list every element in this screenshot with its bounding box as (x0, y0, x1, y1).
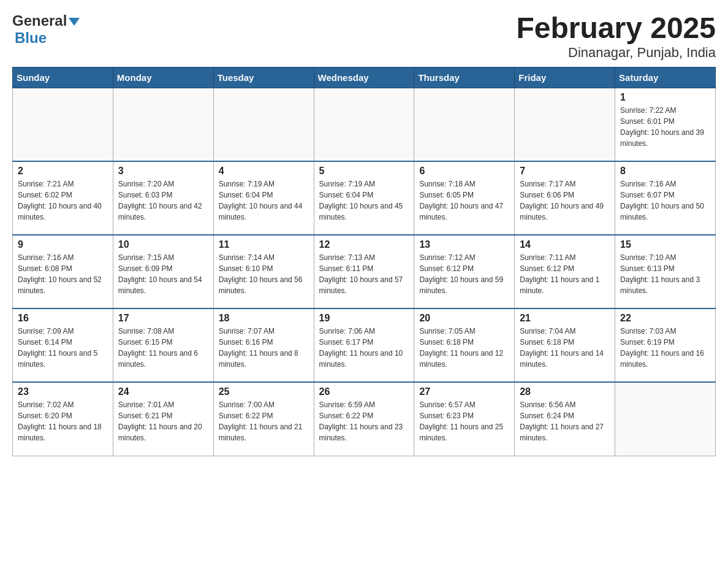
header-sunday: Sunday (13, 67, 113, 88)
day-number: 3 (118, 166, 208, 177)
calendar-cell: 22Sunrise: 7:03 AMSunset: 6:19 PMDayligh… (615, 308, 716, 382)
calendar-cell: 18Sunrise: 7:07 AMSunset: 6:16 PMDayligh… (213, 308, 314, 382)
day-info: Sunrise: 7:10 AMSunset: 6:13 PMDaylight:… (620, 252, 710, 296)
logo-blue-text: Blue (15, 29, 47, 46)
calendar-cell: 27Sunrise: 6:57 AMSunset: 6:23 PMDayligh… (414, 382, 515, 456)
calendar-cell: 16Sunrise: 7:09 AMSunset: 6:14 PMDayligh… (13, 308, 113, 382)
day-info: Sunrise: 7:20 AMSunset: 6:03 PMDaylight:… (118, 178, 208, 223)
logo-general-text: General (12, 12, 67, 29)
day-info: Sunrise: 7:18 AMSunset: 6:05 PMDaylight:… (419, 178, 509, 223)
day-number: 12 (319, 239, 409, 250)
day-number: 17 (118, 313, 208, 324)
day-number: 22 (620, 313, 710, 324)
day-info: Sunrise: 7:16 AMSunset: 6:07 PMDaylight:… (620, 178, 710, 223)
calendar-cell: 20Sunrise: 7:05 AMSunset: 6:18 PMDayligh… (414, 308, 515, 382)
day-info: Sunrise: 7:06 AMSunset: 6:17 PMDaylight:… (319, 326, 409, 370)
week-row-1: 1Sunrise: 7:22 AMSunset: 6:01 PMDaylight… (13, 88, 716, 161)
day-number: 25 (219, 386, 309, 397)
day-number: 16 (18, 313, 108, 324)
day-number: 13 (419, 239, 509, 250)
day-info: Sunrise: 7:19 AMSunset: 6:04 PMDaylight:… (319, 178, 409, 223)
calendar-cell: 12Sunrise: 7:13 AMSunset: 6:11 PMDayligh… (314, 235, 414, 308)
day-number: 6 (419, 166, 509, 177)
day-number: 26 (319, 386, 409, 397)
day-number: 23 (18, 386, 108, 397)
logo-triangle-icon (69, 18, 80, 26)
day-number: 18 (219, 313, 309, 324)
calendar-cell: 11Sunrise: 7:14 AMSunset: 6:10 PMDayligh… (213, 235, 314, 308)
day-info: Sunrise: 7:01 AMSunset: 6:21 PMDaylight:… (118, 399, 208, 443)
week-row-4: 16Sunrise: 7:09 AMSunset: 6:14 PMDayligh… (13, 308, 716, 382)
day-number: 15 (620, 239, 710, 250)
day-info: Sunrise: 7:17 AMSunset: 6:06 PMDaylight:… (520, 178, 610, 223)
title-block: February 2025 Dinanagar, Punjab, India (516, 12, 716, 61)
calendar-subtitle: Dinanagar, Punjab, India (516, 45, 716, 61)
calendar-cell: 21Sunrise: 7:04 AMSunset: 6:18 PMDayligh… (515, 308, 615, 382)
calendar-cell: 24Sunrise: 7:01 AMSunset: 6:21 PMDayligh… (113, 382, 213, 456)
calendar-cell: 23Sunrise: 7:02 AMSunset: 6:20 PMDayligh… (13, 382, 113, 456)
day-number: 21 (520, 313, 610, 324)
calendar-cell: 5Sunrise: 7:19 AMSunset: 6:04 PMDaylight… (314, 161, 414, 235)
calendar-cell (615, 382, 716, 456)
header-wednesday: Wednesday (314, 67, 414, 88)
calendar-cell (213, 88, 314, 161)
calendar-cell (113, 88, 213, 161)
day-info: Sunrise: 7:00 AMSunset: 6:22 PMDaylight:… (219, 399, 309, 443)
day-number: 1 (620, 92, 710, 103)
calendar-title: February 2025 (516, 12, 716, 45)
header-saturday: Saturday (615, 67, 716, 88)
day-number: 5 (319, 166, 409, 177)
day-info: Sunrise: 7:02 AMSunset: 6:20 PMDaylight:… (18, 399, 108, 443)
day-info: Sunrise: 7:04 AMSunset: 6:18 PMDaylight:… (520, 326, 610, 370)
day-info: Sunrise: 6:59 AMSunset: 6:22 PMDaylight:… (319, 399, 409, 443)
day-info: Sunrise: 7:15 AMSunset: 6:09 PMDaylight:… (118, 252, 208, 296)
day-info: Sunrise: 7:19 AMSunset: 6:04 PMDaylight:… (219, 178, 309, 223)
day-info: Sunrise: 7:22 AMSunset: 6:01 PMDaylight:… (620, 105, 710, 149)
calendar-cell (314, 88, 414, 161)
header-friday: Friday (515, 67, 615, 88)
week-row-2: 2Sunrise: 7:21 AMSunset: 6:02 PMDaylight… (13, 161, 716, 235)
day-info: Sunrise: 7:05 AMSunset: 6:18 PMDaylight:… (419, 326, 509, 370)
day-number: 9 (18, 239, 108, 250)
calendar-cell (414, 88, 515, 161)
day-number: 27 (419, 386, 509, 397)
day-number: 14 (520, 239, 610, 250)
day-info: Sunrise: 7:13 AMSunset: 6:11 PMDaylight:… (319, 252, 409, 296)
day-number: 19 (319, 313, 409, 324)
day-number: 11 (219, 239, 309, 250)
day-number: 10 (118, 239, 208, 250)
day-info: Sunrise: 7:09 AMSunset: 6:14 PMDaylight:… (18, 326, 108, 370)
day-number: 24 (118, 386, 208, 397)
calendar-table: Sunday Monday Tuesday Wednesday Thursday… (12, 67, 716, 456)
calendar-cell: 10Sunrise: 7:15 AMSunset: 6:09 PMDayligh… (113, 235, 213, 308)
calendar-cell: 3Sunrise: 7:20 AMSunset: 6:03 PMDaylight… (113, 161, 213, 235)
day-info: Sunrise: 7:16 AMSunset: 6:08 PMDaylight:… (18, 252, 108, 296)
calendar-cell: 2Sunrise: 7:21 AMSunset: 6:02 PMDaylight… (13, 161, 113, 235)
day-info: Sunrise: 6:56 AMSunset: 6:24 PMDaylight:… (520, 399, 610, 443)
week-row-5: 23Sunrise: 7:02 AMSunset: 6:20 PMDayligh… (13, 382, 716, 456)
day-info: Sunrise: 6:57 AMSunset: 6:23 PMDaylight:… (419, 399, 509, 443)
calendar-cell: 9Sunrise: 7:16 AMSunset: 6:08 PMDaylight… (13, 235, 113, 308)
calendar-cell: 19Sunrise: 7:06 AMSunset: 6:17 PMDayligh… (314, 308, 414, 382)
day-info: Sunrise: 7:11 AMSunset: 6:12 PMDaylight:… (520, 252, 610, 296)
day-info: Sunrise: 7:21 AMSunset: 6:02 PMDaylight:… (18, 178, 108, 223)
day-number: 7 (520, 166, 610, 177)
day-info: Sunrise: 7:03 AMSunset: 6:19 PMDaylight:… (620, 326, 710, 370)
week-row-3: 9Sunrise: 7:16 AMSunset: 6:08 PMDaylight… (13, 235, 716, 308)
header-tuesday: Tuesday (213, 67, 314, 88)
day-info: Sunrise: 7:08 AMSunset: 6:15 PMDaylight:… (118, 326, 208, 370)
day-number: 28 (520, 386, 610, 397)
weekday-header-row: Sunday Monday Tuesday Wednesday Thursday… (13, 67, 716, 88)
calendar-cell: 17Sunrise: 7:08 AMSunset: 6:15 PMDayligh… (113, 308, 213, 382)
calendar-cell: 26Sunrise: 6:59 AMSunset: 6:22 PMDayligh… (314, 382, 414, 456)
day-info: Sunrise: 7:07 AMSunset: 6:16 PMDaylight:… (219, 326, 309, 370)
calendar-cell: 25Sunrise: 7:00 AMSunset: 6:22 PMDayligh… (213, 382, 314, 456)
calendar-cell: 28Sunrise: 6:56 AMSunset: 6:24 PMDayligh… (515, 382, 615, 456)
calendar-cell: 15Sunrise: 7:10 AMSunset: 6:13 PMDayligh… (615, 235, 716, 308)
day-info: Sunrise: 7:12 AMSunset: 6:12 PMDaylight:… (419, 252, 509, 296)
day-number: 2 (18, 166, 108, 177)
calendar-cell: 4Sunrise: 7:19 AMSunset: 6:04 PMDaylight… (213, 161, 314, 235)
calendar-cell (515, 88, 615, 161)
calendar-cell: 7Sunrise: 7:17 AMSunset: 6:06 PMDaylight… (515, 161, 615, 235)
calendar-cell: 14Sunrise: 7:11 AMSunset: 6:12 PMDayligh… (515, 235, 615, 308)
